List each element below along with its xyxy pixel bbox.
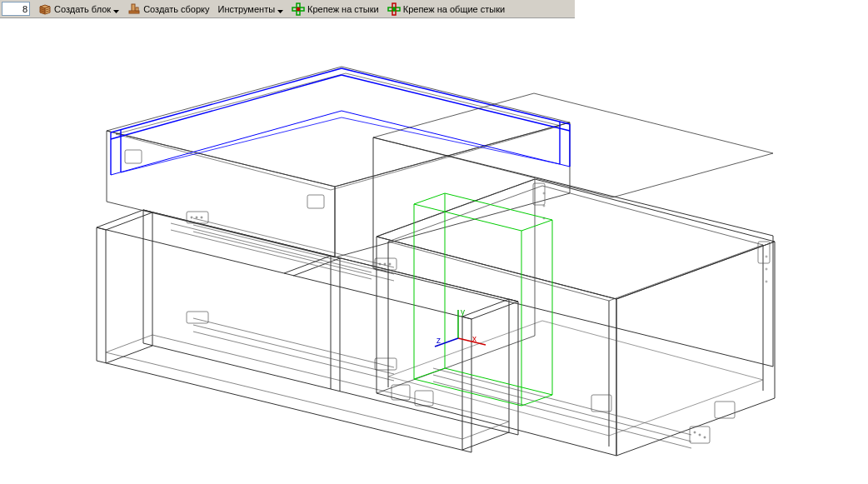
svg-rect-38 — [415, 391, 433, 406]
fastener-shared-icon — [387, 2, 401, 16]
assembly-icon — [127, 2, 141, 16]
tools-label: Инструменты — [217, 4, 275, 14]
svg-point-47 — [694, 432, 696, 433]
svg-rect-35 — [187, 312, 208, 323]
model-selected-railing — [111, 68, 570, 175]
svg-point-28 — [191, 217, 192, 218]
tools-button[interactable]: Инструменты — [214, 1, 287, 17]
fastener-icon — [292, 2, 305, 16]
svg-point-49 — [704, 437, 706, 438]
model-right-drawer — [373, 93, 773, 367]
svg-line-18 — [106, 346, 152, 363]
fastener-joints-label: Крепеж на стыки — [307, 4, 379, 14]
svg-rect-45 — [715, 402, 735, 418]
chevron-down-icon — [277, 6, 283, 12]
svg-rect-44 — [690, 427, 710, 443]
fastener-shared-joints-label: Крепеж на общие стыки — [403, 4, 505, 14]
axis-z-label: z — [436, 336, 441, 345]
svg-point-34 — [389, 263, 391, 265]
svg-rect-46 — [591, 395, 611, 412]
svg-rect-40 — [307, 195, 324, 208]
svg-point-53 — [543, 205, 545, 207]
svg-point-33 — [384, 263, 386, 265]
svg-point-57 — [766, 281, 767, 282]
svg-rect-9 — [297, 7, 300, 11]
svg-point-52 — [543, 192, 545, 194]
create-assembly-button[interactable]: Создать сборку — [124, 1, 212, 17]
numeric-input[interactable] — [2, 2, 30, 16]
svg-rect-51 — [758, 242, 770, 263]
create-block-label: Создать блок — [54, 4, 111, 14]
svg-point-48 — [699, 434, 701, 436]
svg-rect-36 — [375, 358, 397, 370]
svg-line-21 — [462, 432, 509, 450]
model-slide-hardware-right — [433, 183, 770, 448]
fastener-shared-joints-button[interactable]: Крепеж на общие стыки — [384, 1, 508, 17]
fastener-joints-button[interactable]: Крепеж на стыки — [288, 1, 382, 17]
axis-y-label: y — [461, 307, 465, 317]
svg-rect-6 — [136, 7, 138, 11]
model-slide-hardware-left — [125, 150, 433, 406]
toolbar: Создать блок Создать сборку Инструменты — [0, 0, 575, 18]
model-left-cabinet — [97, 67, 570, 452]
svg-rect-39 — [125, 150, 142, 163]
axis-x-label: x — [472, 334, 476, 343]
viewport-3d[interactable]: x y z — [0, 18, 868, 484]
svg-point-30 — [201, 217, 202, 218]
svg-point-55 — [766, 256, 767, 257]
svg-point-29 — [196, 217, 197, 218]
helper-bounding-box — [414, 193, 552, 406]
create-block-button[interactable]: Создать блок — [35, 1, 122, 17]
chevron-down-icon — [113, 6, 119, 12]
create-assembly-label: Создать сборку — [143, 4, 209, 14]
block-icon — [38, 2, 52, 16]
svg-point-56 — [766, 268, 767, 270]
svg-rect-12 — [392, 7, 396, 11]
axis-gizmo: x y z — [435, 307, 486, 347]
